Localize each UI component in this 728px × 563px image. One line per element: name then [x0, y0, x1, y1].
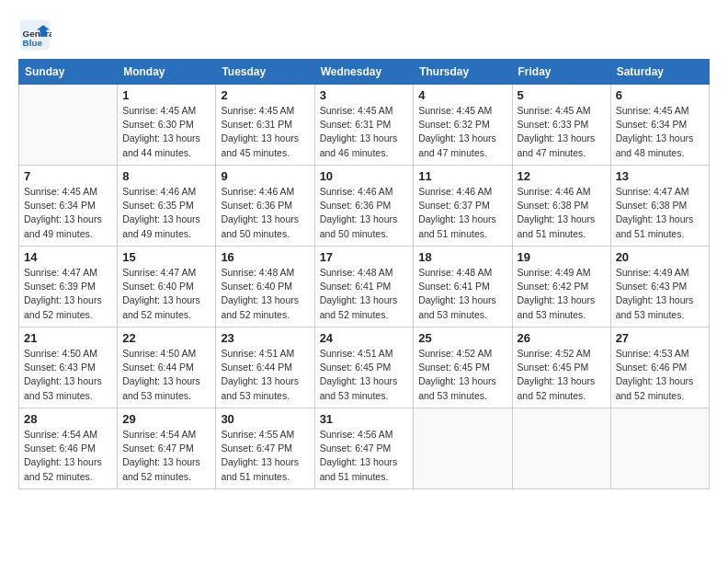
calendar-cell: 11Sunrise: 4:46 AM Sunset: 6:37 PM Dayli… — [414, 166, 512, 247]
day-number: 9 — [221, 169, 309, 183]
day-number: 1 — [122, 88, 210, 102]
logo-icon: General Blue — [18, 18, 51, 52]
day-info: Sunrise: 4:53 AM Sunset: 6:46 PM Dayligh… — [616, 347, 704, 403]
day-number: 11 — [418, 169, 506, 183]
calendar-cell: 29Sunrise: 4:54 AM Sunset: 6:47 PM Dayli… — [118, 408, 216, 489]
calendar-cell: 6Sunrise: 4:45 AM Sunset: 6:34 PM Daylig… — [610, 85, 709, 166]
calendar-week-row: 14Sunrise: 4:47 AM Sunset: 6:39 PM Dayli… — [19, 247, 710, 327]
day-number: 17 — [320, 250, 409, 264]
weekday-header-sunday: Sunday — [19, 60, 118, 85]
calendar-cell: 23Sunrise: 4:51 AM Sunset: 6:44 PM Dayli… — [216, 327, 314, 408]
calendar-week-row: 7Sunrise: 4:45 AM Sunset: 6:34 PM Daylig… — [19, 166, 710, 247]
logo: General Blue — [18, 18, 55, 52]
day-number: 15 — [122, 250, 210, 264]
calendar-cell: 4Sunrise: 4:45 AM Sunset: 6:32 PM Daylig… — [414, 85, 512, 166]
day-number: 22 — [122, 331, 210, 345]
calendar-cell: 2Sunrise: 4:45 AM Sunset: 6:31 PM Daylig… — [216, 85, 314, 166]
calendar-cell: 21Sunrise: 4:50 AM Sunset: 6:43 PM Dayli… — [19, 327, 118, 408]
calendar-cell: 24Sunrise: 4:51 AM Sunset: 6:45 PM Dayli… — [314, 327, 414, 408]
day-info: Sunrise: 4:46 AM Sunset: 6:38 PM Dayligh… — [518, 185, 606, 241]
day-info: Sunrise: 4:45 AM Sunset: 6:33 PM Dayligh… — [518, 104, 606, 160]
weekday-header-saturday: Saturday — [610, 60, 709, 85]
day-number: 7 — [24, 169, 112, 183]
calendar-cell — [414, 408, 512, 489]
calendar-week-row: 28Sunrise: 4:54 AM Sunset: 6:46 PM Dayli… — [19, 408, 710, 489]
day-number: 29 — [122, 412, 210, 426]
day-info: Sunrise: 4:45 AM Sunset: 6:34 PM Dayligh… — [24, 185, 112, 241]
day-info: Sunrise: 4:50 AM Sunset: 6:43 PM Dayligh… — [24, 347, 112, 403]
day-number: 14 — [24, 250, 112, 264]
weekday-header-friday: Friday — [512, 60, 610, 85]
day-info: Sunrise: 4:45 AM Sunset: 6:30 PM Dayligh… — [122, 104, 210, 160]
calendar-cell: 1Sunrise: 4:45 AM Sunset: 6:30 PM Daylig… — [118, 85, 216, 166]
day-info: Sunrise: 4:48 AM Sunset: 6:41 PM Dayligh… — [320, 266, 409, 322]
day-number: 16 — [221, 250, 309, 264]
calendar-cell: 20Sunrise: 4:49 AM Sunset: 6:43 PM Dayli… — [610, 247, 709, 327]
day-number: 4 — [418, 88, 506, 102]
calendar-cell: 12Sunrise: 4:46 AM Sunset: 6:38 PM Dayli… — [512, 166, 610, 247]
day-info: Sunrise: 4:52 AM Sunset: 6:45 PM Dayligh… — [518, 347, 606, 403]
day-number: 31 — [320, 412, 409, 426]
calendar-cell: 15Sunrise: 4:47 AM Sunset: 6:40 PM Dayli… — [118, 247, 216, 327]
day-info: Sunrise: 4:54 AM Sunset: 6:46 PM Dayligh… — [24, 428, 112, 484]
calendar-week-row: 21Sunrise: 4:50 AM Sunset: 6:43 PM Dayli… — [19, 327, 710, 408]
weekday-header-wednesday: Wednesday — [314, 60, 414, 85]
day-info: Sunrise: 4:56 AM Sunset: 6:47 PM Dayligh… — [320, 428, 409, 484]
day-info: Sunrise: 4:48 AM Sunset: 6:41 PM Dayligh… — [418, 266, 506, 322]
day-number: 6 — [616, 88, 704, 102]
day-number: 13 — [616, 169, 704, 183]
day-info: Sunrise: 4:51 AM Sunset: 6:44 PM Dayligh… — [221, 347, 309, 403]
svg-text:Blue: Blue — [23, 38, 43, 48]
day-number: 8 — [122, 169, 210, 183]
day-info: Sunrise: 4:48 AM Sunset: 6:40 PM Dayligh… — [221, 266, 309, 322]
calendar-cell: 5Sunrise: 4:45 AM Sunset: 6:33 PM Daylig… — [512, 85, 610, 166]
day-info: Sunrise: 4:45 AM Sunset: 6:31 PM Dayligh… — [221, 104, 309, 160]
day-number: 25 — [418, 331, 506, 345]
day-info: Sunrise: 4:55 AM Sunset: 6:47 PM Dayligh… — [221, 428, 309, 484]
day-number: 12 — [518, 169, 606, 183]
day-number: 26 — [518, 331, 606, 345]
day-number: 2 — [221, 88, 309, 102]
calendar-cell: 22Sunrise: 4:50 AM Sunset: 6:44 PM Dayli… — [118, 327, 216, 408]
day-info: Sunrise: 4:49 AM Sunset: 6:43 PM Dayligh… — [616, 266, 704, 322]
weekday-header-row: SundayMondayTuesdayWednesdayThursdayFrid… — [19, 60, 710, 85]
calendar-cell: 31Sunrise: 4:56 AM Sunset: 6:47 PM Dayli… — [314, 408, 414, 489]
day-info: Sunrise: 4:46 AM Sunset: 6:35 PM Dayligh… — [122, 185, 210, 241]
day-info: Sunrise: 4:47 AM Sunset: 6:38 PM Dayligh… — [616, 185, 704, 241]
day-info: Sunrise: 4:54 AM Sunset: 6:47 PM Dayligh… — [122, 428, 210, 484]
calendar-cell: 17Sunrise: 4:48 AM Sunset: 6:41 PM Dayli… — [314, 247, 414, 327]
day-number: 21 — [24, 331, 112, 345]
calendar-cell — [512, 408, 610, 489]
calendar-cell: 7Sunrise: 4:45 AM Sunset: 6:34 PM Daylig… — [19, 166, 118, 247]
calendar-cell: 26Sunrise: 4:52 AM Sunset: 6:45 PM Dayli… — [512, 327, 610, 408]
calendar-cell: 28Sunrise: 4:54 AM Sunset: 6:46 PM Dayli… — [19, 408, 118, 489]
calendar-week-row: 1Sunrise: 4:45 AM Sunset: 6:30 PM Daylig… — [19, 85, 710, 166]
day-number: 19 — [518, 250, 606, 264]
calendar-cell: 27Sunrise: 4:53 AM Sunset: 6:46 PM Dayli… — [610, 327, 709, 408]
calendar-cell: 30Sunrise: 4:55 AM Sunset: 6:47 PM Dayli… — [216, 408, 314, 489]
weekday-header-monday: Monday — [118, 60, 216, 85]
day-info: Sunrise: 4:50 AM Sunset: 6:44 PM Dayligh… — [122, 347, 210, 403]
day-info: Sunrise: 4:47 AM Sunset: 6:40 PM Dayligh… — [122, 266, 210, 322]
day-number: 24 — [320, 331, 409, 345]
day-info: Sunrise: 4:51 AM Sunset: 6:45 PM Dayligh… — [320, 347, 409, 403]
calendar-cell: 18Sunrise: 4:48 AM Sunset: 6:41 PM Dayli… — [414, 247, 512, 327]
day-info: Sunrise: 4:49 AM Sunset: 6:42 PM Dayligh… — [518, 266, 606, 322]
day-number: 23 — [221, 331, 309, 345]
calendar-cell: 10Sunrise: 4:46 AM Sunset: 6:36 PM Dayli… — [314, 166, 414, 247]
weekday-header-tuesday: Tuesday — [216, 60, 314, 85]
page-header: General Blue — [18, 18, 710, 52]
day-number: 30 — [221, 412, 309, 426]
weekday-header-thursday: Thursday — [414, 60, 512, 85]
day-info: Sunrise: 4:46 AM Sunset: 6:36 PM Dayligh… — [320, 185, 409, 241]
day-info: Sunrise: 4:52 AM Sunset: 6:45 PM Dayligh… — [418, 347, 506, 403]
day-info: Sunrise: 4:46 AM Sunset: 6:37 PM Dayligh… — [418, 185, 506, 241]
day-info: Sunrise: 4:45 AM Sunset: 6:32 PM Dayligh… — [418, 104, 506, 160]
calendar-cell — [610, 408, 709, 489]
calendar-cell: 9Sunrise: 4:46 AM Sunset: 6:36 PM Daylig… — [216, 166, 314, 247]
day-info: Sunrise: 4:45 AM Sunset: 6:31 PM Dayligh… — [320, 104, 409, 160]
day-number: 5 — [518, 88, 606, 102]
day-number: 28 — [24, 412, 112, 426]
calendar-cell: 13Sunrise: 4:47 AM Sunset: 6:38 PM Dayli… — [610, 166, 709, 247]
day-info: Sunrise: 4:47 AM Sunset: 6:39 PM Dayligh… — [24, 266, 112, 322]
